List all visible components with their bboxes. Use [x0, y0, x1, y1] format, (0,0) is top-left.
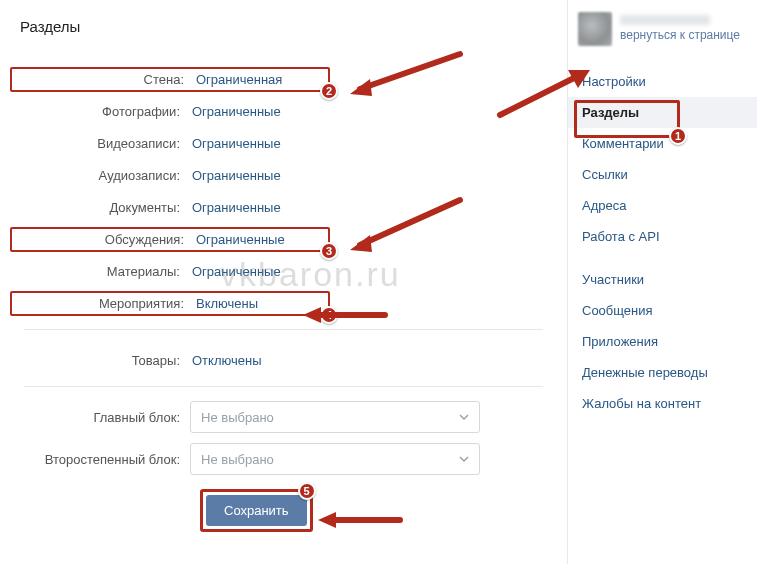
avatar	[578, 12, 612, 46]
setting-value-goods[interactable]: Отключены	[190, 353, 320, 368]
setting-label-audios: Аудиозаписи:	[10, 168, 190, 183]
sidebar-item-messages[interactable]: Сообщения	[568, 295, 757, 326]
setting-label-events: Мероприятия:	[14, 295, 194, 312]
main-block-select-text: Не выбрано	[201, 410, 274, 425]
sidebar: вернуться к странице Настройки Разделы К…	[567, 0, 757, 564]
sidebar-item-members[interactable]: Участники	[568, 264, 757, 295]
divider	[24, 386, 543, 387]
annotation-badge-5: 5	[298, 482, 316, 500]
secondary-block-select-text: Не выбрано	[201, 452, 274, 467]
save-button[interactable]: Сохранить	[206, 495, 307, 526]
sidebar-item-apps[interactable]: Приложения	[568, 326, 757, 357]
setting-label-discussions: Обсуждения:	[14, 231, 194, 248]
setting-label-photos: Фотографии:	[10, 104, 190, 119]
settings-list: Стена: Ограниченная 2 Фотографии: Ограни…	[10, 63, 557, 319]
highlight-save: Сохранить 5	[200, 489, 313, 532]
sidebar-item-addresses[interactable]: Адреса	[568, 190, 757, 221]
setting-value-docs[interactable]: Ограниченные	[190, 200, 320, 215]
block-label-main: Главный блок:	[10, 410, 190, 425]
sidebar-item-reports[interactable]: Жалобы на контент	[568, 388, 757, 419]
setting-value-discussions[interactable]: Ограниченные	[194, 231, 324, 248]
setting-value-audios[interactable]: Ограниченные	[190, 168, 320, 183]
sidebar-item-comments[interactable]: Комментарии	[568, 128, 757, 159]
setting-value-videos[interactable]: Ограниченные	[190, 136, 320, 151]
profile-name-blurred	[620, 15, 710, 25]
setting-label-wall: Стена:	[14, 71, 194, 88]
back-to-page-link[interactable]: вернуться к странице	[620, 28, 740, 43]
sidebar-item-sections[interactable]: Разделы	[568, 97, 757, 128]
setting-value-photos[interactable]: Ограниченные	[190, 104, 320, 119]
main-panel: Разделы Стена: Ограниченная 2 Фотографии…	[0, 0, 567, 564]
profile-block[interactable]: вернуться к странице	[568, 6, 757, 58]
setting-value-wall[interactable]: Ограниченная	[194, 71, 324, 88]
sidebar-item-links[interactable]: Ссылки	[568, 159, 757, 190]
annotation-badge-2: 2	[320, 82, 338, 100]
highlight-discussions: Обсуждения: Ограниченные 3	[10, 227, 330, 252]
page-title: Разделы	[20, 18, 557, 35]
setting-value-events[interactable]: Включены	[194, 295, 324, 312]
annotation-badge-4: 4	[320, 306, 338, 324]
chevron-down-icon	[459, 414, 469, 420]
setting-label-materials: Материалы:	[10, 264, 190, 279]
divider	[24, 329, 543, 330]
setting-label-docs: Документы:	[10, 200, 190, 215]
sidebar-item-money[interactable]: Денежные переводы	[568, 357, 757, 388]
setting-label-videos: Видеозаписи:	[10, 136, 190, 151]
sidebar-item-settings[interactable]: Настройки	[568, 66, 757, 97]
secondary-block-select[interactable]: Не выбрано	[190, 443, 480, 475]
block-label-secondary: Второстепенный блок:	[10, 452, 190, 467]
sidebar-list: Настройки Разделы Комментарии Ссылки Адр…	[568, 66, 757, 419]
setting-value-materials[interactable]: Ограниченные	[190, 264, 320, 279]
sidebar-item-api[interactable]: Работа с API	[568, 221, 757, 252]
highlight-wall: Стена: Ограниченная 2	[10, 67, 330, 92]
main-block-select[interactable]: Не выбрано	[190, 401, 480, 433]
chevron-down-icon	[459, 456, 469, 462]
setting-label-goods: Товары:	[10, 353, 190, 368]
annotation-badge-3: 3	[320, 242, 338, 260]
highlight-events: Мероприятия: Включены 4	[10, 291, 330, 316]
